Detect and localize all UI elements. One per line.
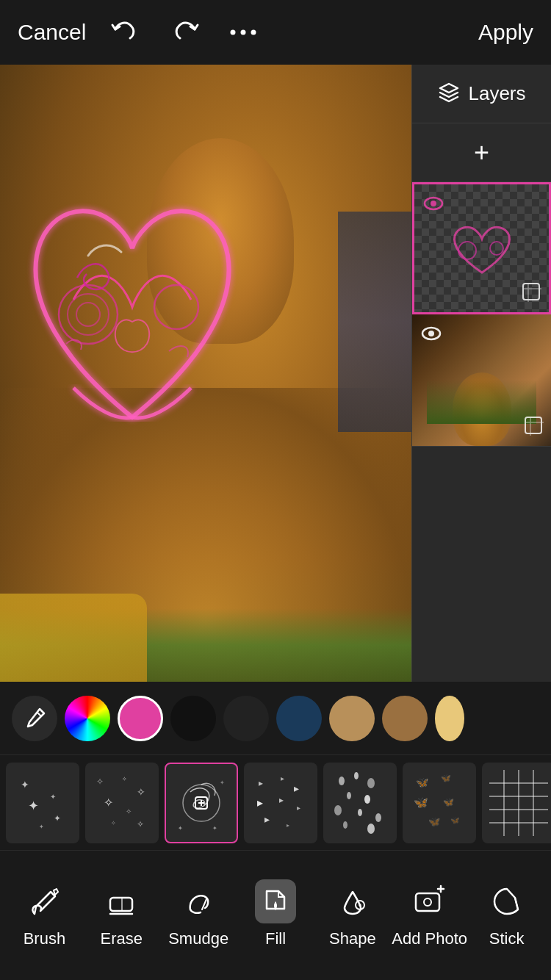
layer-transform-photo[interactable] — [523, 415, 544, 439]
layer-transform-drawing[interactable] — [521, 281, 541, 305]
brush-preset-3[interactable]: ✦ ✦ ✦ — [165, 763, 238, 843]
brush-preview-6: 🦋 🦋 🦋 🦋 🦋 🦋 — [410, 770, 469, 836]
svg-text:🦋: 🦋 — [416, 777, 429, 789]
brush-preview-5 — [331, 770, 389, 836]
canvas-area[interactable]: Layers + — [0, 65, 551, 682]
tool-fill[interactable]: Fill — [237, 879, 314, 948]
heart-svg — [15, 167, 250, 461]
tool-add-photo[interactable]: Add Photo — [391, 879, 468, 948]
black1-swatch[interactable] — [170, 696, 216, 741]
brush-preset-4[interactable]: ▸ ▸ ▸ ▸ ▸ ▸ ▸ ▸ — [244, 763, 317, 843]
svg-text:✧: ✧ — [104, 796, 113, 809]
layer-eye-photo[interactable] — [421, 323, 442, 347]
brush-preset-2[interactable]: ✧ ✧ ✧ ✧ ✧ ✧ ✧ — [85, 763, 159, 843]
redo-icon — [168, 16, 201, 48]
canvas-image[interactable] — [0, 65, 411, 682]
svg-text:▸: ▸ — [259, 778, 263, 788]
svg-point-10 — [431, 201, 436, 206]
heart-drawing — [15, 167, 250, 461]
svg-text:▸: ▸ — [257, 796, 263, 809]
svg-point-13 — [428, 331, 434, 336]
brush-preset-6[interactable]: 🦋 🦋 🦋 🦋 🦋 🦋 — [403, 763, 476, 843]
cancel-button[interactable]: Cancel — [18, 20, 86, 45]
svg-rect-71 — [416, 893, 439, 911]
svg-point-6 — [154, 285, 198, 329]
black2-swatch[interactable] — [223, 696, 269, 741]
apply-button[interactable]: Apply — [478, 20, 533, 45]
erase-label: Erase — [101, 929, 143, 948]
brush-preset-5[interactable] — [323, 763, 397, 843]
brush-preset-7[interactable] — [482, 763, 551, 843]
svg-point-1 — [241, 30, 246, 35]
more-button[interactable] — [227, 16, 259, 48]
layers-header: Layers — [412, 65, 551, 123]
fill-tool-icon — [253, 879, 298, 923]
yellow-blanket — [0, 594, 147, 682]
svg-point-48 — [334, 805, 342, 815]
smudge-label: Smudge — [168, 929, 228, 948]
layer-eye-drawing[interactable] — [423, 193, 444, 217]
add-layer-button[interactable]: + — [474, 137, 489, 168]
pink-swatch[interactable] — [118, 696, 163, 741]
shape-tool-icon — [331, 879, 375, 923]
sticker-tool-icon — [485, 879, 529, 923]
svg-point-70 — [359, 904, 361, 907]
svg-point-52 — [367, 824, 375, 834]
svg-line-15 — [37, 712, 41, 716]
svg-text:🦋: 🦋 — [443, 796, 454, 807]
svg-point-46 — [347, 792, 351, 799]
layers-panel: Layers + — [411, 65, 551, 682]
svg-point-47 — [364, 795, 370, 804]
beige-swatch[interactable] — [435, 696, 464, 741]
svg-text:🦋: 🦋 — [441, 773, 451, 783]
shape-label: Shape — [329, 929, 376, 948]
layer-drawing-preview — [449, 215, 515, 281]
eraser-icon — [103, 883, 140, 920]
tool-shape[interactable]: Shape — [314, 879, 391, 948]
brush-preview-1: ✦ ✦ ✦ ✦ ✦ — [13, 770, 72, 836]
tool-brush[interactable]: Brush — [6, 879, 83, 948]
color-palette-row — [0, 682, 551, 755]
svg-text:🦋: 🦋 — [450, 815, 460, 825]
undo-button[interactable] — [109, 16, 142, 48]
brush-preview-2: ✧ ✧ ✧ ✧ ✧ ✧ ✧ — [93, 770, 151, 836]
svg-text:✧: ✧ — [126, 807, 132, 815]
smudge-icon — [180, 883, 217, 920]
svg-text:▸: ▸ — [279, 795, 284, 805]
svg-text:✦: ✦ — [21, 779, 29, 790]
svg-rect-11 — [523, 284, 539, 300]
svg-point-43 — [339, 777, 345, 785]
top-bar-left: Cancel — [18, 16, 259, 48]
svg-point-4 — [68, 294, 109, 335]
smudge-tool-icon — [176, 879, 220, 923]
tool-sticker[interactable]: Stick — [468, 879, 545, 948]
svg-text:▸: ▸ — [287, 822, 289, 829]
brush-preview-3: ✦ ✦ ✦ — [172, 770, 231, 836]
svg-text:✧: ✧ — [137, 786, 145, 798]
layer-item-drawing[interactable] — [412, 182, 551, 314]
brush-preview-7 — [489, 770, 548, 836]
redo-button[interactable] — [168, 16, 201, 48]
add-photo-icon — [411, 883, 448, 920]
svg-point-2 — [251, 30, 256, 35]
tool-erase[interactable]: Erase — [83, 879, 160, 948]
sticker-icon — [489, 883, 525, 920]
svg-point-72 — [424, 898, 431, 906]
svg-text:▸: ▸ — [294, 782, 299, 794]
layer-item-photo[interactable] — [412, 314, 551, 447]
brown-swatch[interactable] — [382, 696, 428, 741]
eyedropper-icon — [22, 706, 47, 731]
rainbow-swatch[interactable] — [65, 696, 110, 741]
undo-icon — [109, 16, 142, 48]
svg-text:✧: ✧ — [111, 820, 116, 826]
shape-icon — [334, 883, 371, 920]
dark-blue-swatch[interactable] — [276, 696, 322, 741]
top-bar-center — [109, 16, 259, 48]
eyedropper-button[interactable] — [12, 696, 57, 741]
tool-smudge[interactable]: Smudge — [160, 879, 237, 948]
tan-swatch[interactable] — [329, 696, 375, 741]
svg-point-45 — [367, 778, 375, 788]
svg-text:✦: ✦ — [28, 799, 39, 813]
svg-text:✦: ✦ — [220, 779, 225, 786]
brush-preset-1[interactable]: ✦ ✦ ✦ ✦ ✦ — [6, 763, 79, 843]
